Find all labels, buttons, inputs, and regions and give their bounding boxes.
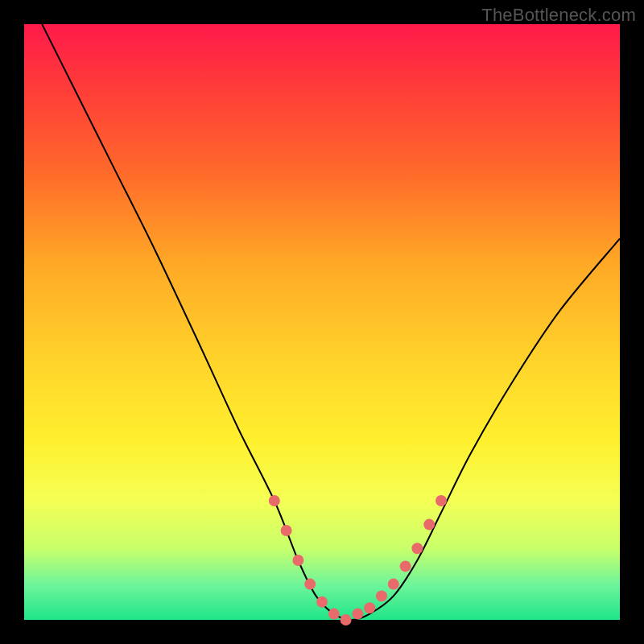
highlight-dot (341, 614, 352, 625)
curve-layer (24, 24, 620, 620)
highlight-dot (376, 590, 387, 601)
watermark-text: TheBottleneck.com (481, 5, 636, 26)
highlight-dot (316, 597, 328, 608)
highlight-dot (304, 579, 316, 590)
highlight-dot (292, 555, 303, 566)
highlight-dot (388, 579, 399, 590)
highlight-dot (352, 609, 363, 620)
highlight-dot (281, 525, 292, 536)
highlight-points (269, 495, 447, 625)
highlight-dot (411, 543, 423, 554)
highlight-dot (400, 560, 411, 572)
highlight-dot (364, 602, 375, 613)
highlight-dot (423, 519, 435, 530)
plot-area (24, 24, 620, 620)
highlight-dot (328, 609, 340, 620)
chart-frame: TheBottleneck.com (0, 0, 644, 644)
highlight-dot (269, 495, 280, 506)
highlight-dot (436, 495, 447, 506)
bottleneck-curve (42, 24, 620, 620)
